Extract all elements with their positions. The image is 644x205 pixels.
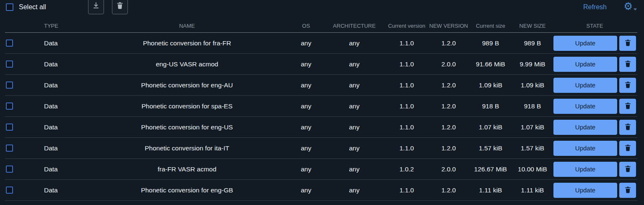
row-checkbox[interactable] <box>6 39 13 47</box>
cell-type: Data <box>44 166 86 173</box>
cell-new-size: 918 B <box>513 102 552 110</box>
cell-new-version: 1.2.0 <box>429 124 468 131</box>
table-body: Data Phonetic conversion for fra-FR any … <box>5 33 637 201</box>
cell-name: Phonetic conversion for spa-ES <box>86 102 288 110</box>
refresh-button[interactable]: Refresh <box>583 3 607 11</box>
cell-architecture: any <box>324 166 384 173</box>
cell-os: any <box>288 81 324 89</box>
cell-os: any <box>288 124 324 131</box>
row-delete-button[interactable] <box>619 183 636 198</box>
cell-new-size: 1.57 kiB <box>513 145 552 152</box>
row-delete-button[interactable] <box>619 162 636 177</box>
select-all-control: Select all <box>6 3 46 11</box>
cell-type: Data <box>44 102 86 110</box>
trash-icon <box>624 165 632 174</box>
update-button[interactable]: Update <box>553 141 617 156</box>
cell-current-version: 1.1.0 <box>384 60 429 68</box>
cell-name: Phonetic conversion for eng-US <box>86 124 288 131</box>
select-all-label: Select all <box>19 3 46 11</box>
cell-new-version: 1.2.0 <box>429 81 468 89</box>
header-current-version: Current version <box>384 23 429 29</box>
download-button[interactable] <box>88 0 104 14</box>
cell-type: Data <box>44 145 86 152</box>
cell-type: Data <box>44 124 86 131</box>
cell-type: Data <box>44 81 86 89</box>
row-delete-button[interactable] <box>619 36 636 51</box>
row-delete-button[interactable] <box>619 57 636 72</box>
row-checkbox[interactable] <box>6 124 13 131</box>
cell-current-version: 1.1.0 <box>384 124 429 131</box>
cell-architecture: any <box>324 39 384 47</box>
cell-architecture: any <box>324 81 384 89</box>
cell-os: any <box>288 39 324 47</box>
select-all-checkbox[interactable] <box>6 3 13 11</box>
table-row: Data Phonetic conversion for fra-FR any … <box>5 33 637 54</box>
cell-type: Data <box>44 187 86 194</box>
cell-current-version: 1.1.0 <box>384 145 429 152</box>
row-checkbox-cell <box>5 166 44 173</box>
table-row: Data eng-US VASR acmod any any 1.1.0 2.0… <box>5 54 637 75</box>
cell-type: Data <box>44 39 86 47</box>
cell-state: Update <box>552 57 637 72</box>
packages-table: TYPE NAME OS ARCHITECTURE Current versio… <box>5 19 637 201</box>
trash-icon <box>624 102 632 111</box>
update-button[interactable]: Update <box>553 162 617 177</box>
row-checkbox-cell <box>5 81 44 89</box>
cell-new-version: 2.0.0 <box>429 166 468 173</box>
update-button[interactable]: Update <box>553 36 617 51</box>
update-button[interactable]: Update <box>553 78 617 93</box>
cell-current-version: 1.1.0 <box>384 102 429 110</box>
row-delete-button[interactable] <box>619 78 636 93</box>
cell-current-size: 126.67 MiB <box>468 166 513 173</box>
table-row: Data Phonetic conversion for eng-GB any … <box>5 180 637 201</box>
cell-current-version: 1.1.0 <box>384 187 429 194</box>
update-button[interactable]: Update <box>553 99 617 114</box>
row-checkbox[interactable] <box>6 60 13 68</box>
cell-current-size: 91.66 MiB <box>468 60 513 68</box>
row-delete-button[interactable] <box>619 141 636 156</box>
row-checkbox[interactable] <box>6 102 13 110</box>
trash-icon <box>624 81 632 90</box>
cell-state: Update <box>552 183 637 198</box>
row-checkbox-cell <box>5 187 44 194</box>
row-delete-button[interactable] <box>619 120 636 135</box>
download-icon <box>92 1 100 11</box>
trash-icon <box>624 144 632 153</box>
delete-selected-button[interactable] <box>112 0 128 14</box>
settings-menu-button[interactable]: ⚙ <box>623 1 637 11</box>
row-checkbox[interactable] <box>6 81 13 89</box>
cell-new-version: 1.2.0 <box>429 39 468 47</box>
cell-new-size: 1.07 kiB <box>513 124 552 131</box>
cell-name: Phonetic conversion for ita-IT <box>86 145 288 152</box>
chevron-down-icon <box>634 8 637 11</box>
trash-icon <box>624 123 632 132</box>
cell-name: Phonetic conversion for fra-FR <box>86 39 288 47</box>
header-new-version: NEW VERSION <box>429 23 468 29</box>
cell-state: Update <box>552 141 637 156</box>
table-row: Data Phonetic conversion for ita-IT any … <box>5 138 637 159</box>
cell-new-size: 989 B <box>513 39 552 47</box>
table-row: Data Phonetic conversion for eng-US any … <box>5 117 637 138</box>
update-button[interactable]: Update <box>553 183 617 198</box>
cell-architecture: any <box>324 102 384 110</box>
row-checkbox[interactable] <box>6 145 13 152</box>
cell-current-version: 1.1.0 <box>384 39 429 47</box>
row-checkbox[interactable] <box>6 187 13 194</box>
table-row: Data Phonetic conversion for spa-ES any … <box>5 96 637 117</box>
cell-new-version: 1.2.0 <box>429 145 468 152</box>
cell-name: Phonetic conversion for eng-GB <box>86 187 288 194</box>
cell-new-version: 1.2.0 <box>429 187 468 194</box>
toolbar: Select all Refresh ⚙ <box>0 0 644 19</box>
cell-os: any <box>288 187 324 194</box>
cell-new-version: 2.0.0 <box>429 60 468 68</box>
cell-state: Update <box>552 78 637 93</box>
update-button[interactable]: Update <box>553 57 617 72</box>
row-delete-button[interactable] <box>619 99 636 114</box>
cell-new-size: 1.11 kiB <box>513 187 552 194</box>
update-button[interactable]: Update <box>553 120 617 135</box>
cell-current-version: 1.1.0 <box>384 81 429 89</box>
cell-architecture: any <box>324 124 384 131</box>
cell-architecture: any <box>324 187 384 194</box>
row-checkbox-cell <box>5 60 44 68</box>
row-checkbox[interactable] <box>6 166 13 173</box>
